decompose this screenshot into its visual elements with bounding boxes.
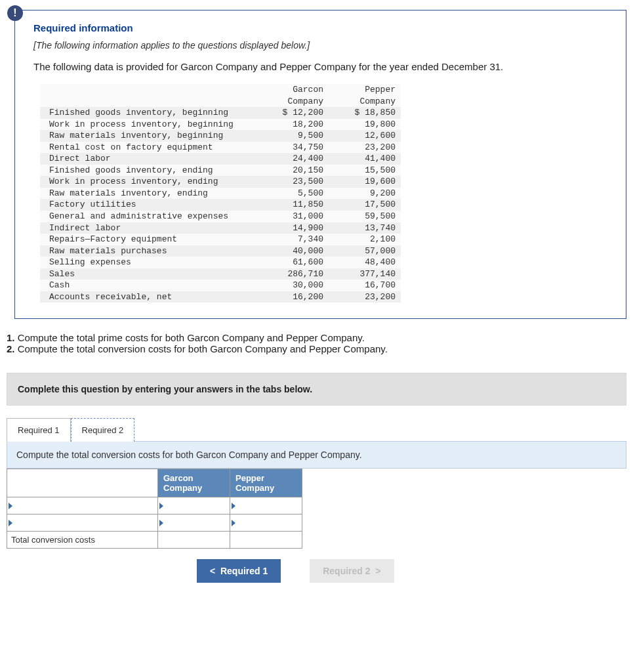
data-row-label: Work in process inventory, beginning [40,119,256,131]
data-row-label: Raw materials inventory, ending [40,188,256,200]
data-row-pepper: 57,000 [329,245,401,257]
required-info-title: Required information [33,22,607,33]
data-row-label: Finished goods inventory, beginning [40,107,256,119]
data-row-garcon: 40,000 [256,245,329,257]
entry-total-label: Total conversion costs [7,532,158,549]
data-row-label: Finished goods inventory, ending [40,165,256,177]
data-row-label: Accounts receivable, net [40,291,256,303]
nav-buttons: < Required 1 Required 2 > [7,559,626,583]
data-row-label: Raw materials inventory, beginning [40,130,256,142]
data-row-label: Direct labor [40,153,256,165]
data-row-pepper: 23,200 [329,291,401,303]
data-row-label: General and administrative expenses [40,211,256,222]
instruction-bar: Complete this question by entering your … [7,373,626,406]
entry-garcon-total[interactable] [158,532,230,548]
data-row-pepper: $ 18,850 [329,107,401,119]
data-row-garcon: 20,150 [256,165,329,177]
data-row-garcon: 31,000 [256,211,329,222]
data-row-label: Sales [40,268,256,280]
data-row-garcon: 14,900 [256,222,329,234]
data-row-pepper: 16,700 [329,280,401,291]
entry-header-blank [7,469,158,497]
answer-area: Complete this question by entering your … [7,373,626,583]
data-row-pepper: 13,740 [329,222,401,234]
data-row-label: Factory utilities [40,199,256,211]
data-row-garcon: 30,000 [256,280,329,291]
data-row-garcon: 23,500 [256,176,329,188]
data-row: Finished goods inventory, ending20,15015… [40,165,401,177]
data-row-pepper: 377,140 [329,268,401,280]
dropdown-icon[interactable] [159,520,163,526]
chevron-left-icon: < [210,566,220,576]
entry-pepper-input-2[interactable] [237,515,302,531]
entry-garcon-input-1[interactable] [165,498,230,514]
data-row: Accounts receivable, net16,20023,200 [40,291,401,303]
data-row-garcon: 286,710 [256,268,329,280]
data-row-garcon: 61,600 [256,257,329,268]
data-row: Repairs—Factory equipment7,3402,100 [40,234,401,245]
data-row-garcon: 18,200 [256,119,329,131]
data-row-label: Raw materials purchases [40,245,256,257]
question-2: 2. Compute the total conversion costs fo… [7,343,626,354]
data-row-garcon: 7,340 [256,234,329,245]
data-row: Raw materials inventory, beginning9,5001… [40,130,401,142]
data-row-garcon: 9,500 [256,130,329,142]
data-row: Work in process inventory, ending23,5001… [40,176,401,188]
data-row-pepper: 15,500 [329,165,401,177]
data-row: Finished goods inventory, beginning$ 12,… [40,107,401,119]
entry-garcon-input-2[interactable] [165,515,230,531]
chevron-right-icon: > [371,566,381,576]
data-row-label: Repairs—Factory equipment [40,234,256,245]
data-row-garcon: 24,400 [256,153,329,165]
data-row-pepper: 41,400 [329,153,401,165]
dropdown-icon[interactable] [232,503,235,509]
tab-required-2[interactable]: Required 2 [71,418,135,442]
info-box: Required information [The following info… [14,10,626,319]
nav-prev-button[interactable]: < Required 1 [197,559,281,583]
data-row-garcon: 16,200 [256,291,329,303]
col-header-pepper-sub: Company [329,96,401,108]
intro-text: The following data is provided for Garco… [33,61,607,72]
data-row-label: Selling expenses [40,257,256,268]
data-row: Factory utilities11,85017,500 [40,199,401,211]
data-row-label: Cash [40,280,256,291]
col-header-garcon-sub: Company [256,96,329,108]
data-row-label: Rental cost on factory equipment [40,142,256,154]
data-row-pepper: 2,100 [329,234,401,245]
data-row-label: Indirect labor [40,222,256,234]
entry-pepper-total[interactable] [230,532,302,548]
entry-table: Garcon Company Pepper Company Total conv… [7,469,302,549]
col-header-pepper: Pepper [329,84,401,96]
data-row-pepper: 19,600 [329,176,401,188]
dropdown-icon[interactable] [9,503,12,509]
data-row-garcon: 34,750 [256,142,329,154]
data-row: Selling expenses61,60048,400 [40,257,401,268]
dropdown-icon[interactable] [9,520,12,526]
data-table: Garcon Pepper Company Company Finished g… [40,84,401,303]
data-row: Sales286,710377,140 [40,268,401,280]
data-row: General and administrative expenses31,00… [40,211,401,222]
dropdown-icon[interactable] [232,520,235,526]
data-row: Cash30,00016,700 [40,280,401,291]
tab-required-1[interactable]: Required 1 [7,418,71,442]
tab-description: Compute the total conversion costs for b… [7,441,626,469]
info-note: [The following information applies to th… [33,40,607,51]
data-row-pepper: 23,200 [329,142,401,154]
data-row: Raw materials purchases40,00057,000 [40,245,401,257]
data-row-pepper: 48,400 [329,257,401,268]
dropdown-icon[interactable] [159,503,163,509]
entry-header-pepper: Pepper Company [230,469,302,497]
data-row: Direct labor24,40041,400 [40,153,401,165]
question-list: 1. Compute the total prime costs for bot… [7,332,626,354]
entry-label-input-2[interactable] [14,515,157,531]
data-row-label: Work in process inventory, ending [40,176,256,188]
col-header-garcon: Garcon [256,84,329,96]
nav-next-button: Required 2 > [310,559,394,583]
entry-label-input-1[interactable] [14,498,157,514]
data-row: Rental cost on factory equipment34,75023… [40,142,401,154]
question-1: 1. Compute the total prime costs for bot… [7,332,626,343]
tabs-row: Required 1Required 2 [7,417,626,441]
data-row: Indirect labor14,90013,740 [40,222,401,234]
entry-pepper-input-1[interactable] [237,498,302,514]
data-row: Raw materials inventory, ending5,5009,20… [40,188,401,200]
